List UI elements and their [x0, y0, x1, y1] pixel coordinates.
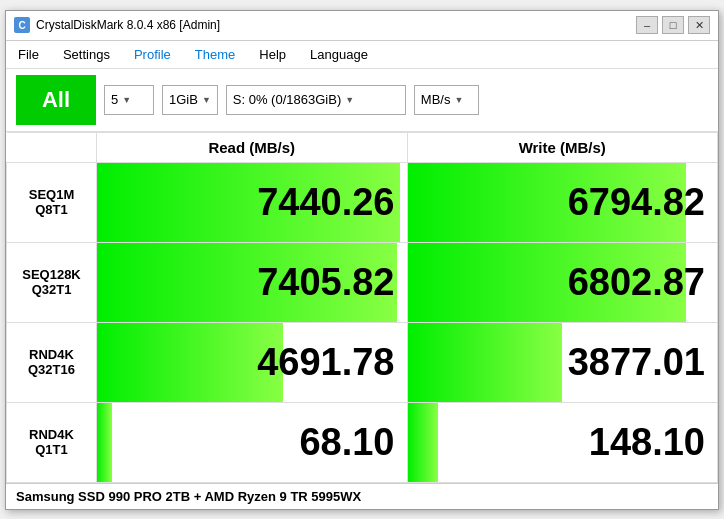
write-bar-3 [408, 403, 439, 482]
row-read-3: 68.10 [97, 402, 408, 482]
count-value: 5 [111, 92, 118, 107]
menu-settings[interactable]: Settings [59, 45, 114, 64]
menu-profile[interactable]: Profile [130, 45, 175, 64]
row-write-1: 6802.87 [407, 242, 718, 322]
status-bar: Samsung SSD 990 PRO 2TB + AMD Ryzen 9 TR… [6, 483, 718, 509]
row-label-3: RND4KQ1T1 [7, 402, 97, 482]
read-value-0: 7440.26 [257, 181, 394, 223]
read-value-2: 4691.78 [257, 341, 394, 383]
drive-value: S: 0% (0/1863GiB) [233, 92, 341, 107]
count-dropdown-arrow: ▼ [122, 95, 131, 105]
unit-value: MB/s [421, 92, 451, 107]
table-row: RND4KQ32T164691.783877.01 [7, 322, 718, 402]
table-row: SEQ1MQ8T17440.266794.82 [7, 162, 718, 242]
row-label-2: RND4KQ32T16 [7, 322, 97, 402]
close-button[interactable]: ✕ [688, 16, 710, 34]
row-label-1: SEQ128KQ32T1 [7, 242, 97, 322]
minimize-button[interactable]: – [636, 16, 658, 34]
row-label-line1-2: RND4K [29, 347, 74, 362]
size-dropdown[interactable]: 1GiB ▼ [162, 85, 218, 115]
table-header-row: Read (MB/s) Write (MB/s) [7, 132, 718, 162]
row-label-line2-2: Q32T16 [28, 362, 75, 377]
row-read-0: 7440.26 [97, 162, 408, 242]
unit-dropdown-arrow: ▼ [454, 95, 463, 105]
header-label-cell [7, 132, 97, 162]
status-text: Samsung SSD 990 PRO 2TB + AMD Ryzen 9 TR… [16, 489, 361, 504]
row-label-line2-1: Q32T1 [32, 282, 72, 297]
row-read-2: 4691.78 [97, 322, 408, 402]
main-window: C CrystalDiskMark 8.0.4 x86 [Admin] – □ … [5, 10, 719, 510]
count-dropdown[interactable]: 5 ▼ [104, 85, 154, 115]
toolbar: All 5 ▼ 1GiB ▼ S: 0% (0/1863GiB) ▼ MB/s … [6, 69, 718, 132]
row-read-1: 7405.82 [97, 242, 408, 322]
maximize-button[interactable]: □ [662, 16, 684, 34]
table-row: RND4KQ1T168.10148.10 [7, 402, 718, 482]
menu-language[interactable]: Language [306, 45, 372, 64]
write-value-0: 6794.82 [568, 181, 705, 223]
read-bar-3 [97, 403, 112, 482]
drive-dropdown-arrow: ▼ [345, 95, 354, 105]
write-value-2: 3877.01 [568, 341, 705, 383]
row-label-line2-3: Q1T1 [35, 442, 68, 457]
read-value-1: 7405.82 [257, 261, 394, 303]
read-value-3: 68.10 [299, 421, 394, 463]
app-icon: C [14, 17, 30, 33]
size-dropdown-arrow: ▼ [202, 95, 211, 105]
menu-help[interactable]: Help [255, 45, 290, 64]
write-bar-2 [408, 323, 563, 402]
row-write-0: 6794.82 [407, 162, 718, 242]
row-label-line2-0: Q8T1 [35, 202, 68, 217]
write-value-3: 148.10 [589, 421, 705, 463]
unit-dropdown[interactable]: MB/s ▼ [414, 85, 479, 115]
results-table: Read (MB/s) Write (MB/s) SEQ1MQ8T17440.2… [6, 132, 718, 483]
menu-file[interactable]: File [14, 45, 43, 64]
all-button[interactable]: All [16, 75, 96, 125]
header-read-cell: Read (MB/s) [97, 132, 408, 162]
size-value: 1GiB [169, 92, 198, 107]
row-label-0: SEQ1MQ8T1 [7, 162, 97, 242]
menu-bar: File Settings Profile Theme Help Languag… [6, 41, 718, 69]
menu-theme[interactable]: Theme [191, 45, 239, 64]
row-label-line1-0: SEQ1M [29, 187, 75, 202]
row-write-2: 3877.01 [407, 322, 718, 402]
row-label-line1-3: RND4K [29, 427, 74, 442]
write-value-1: 6802.87 [568, 261, 705, 303]
table-row: SEQ128KQ32T17405.826802.87 [7, 242, 718, 322]
window-controls: – □ ✕ [636, 16, 710, 34]
row-label-line1-1: SEQ128K [22, 267, 81, 282]
title-bar: C CrystalDiskMark 8.0.4 x86 [Admin] – □ … [6, 11, 718, 41]
window-title: CrystalDiskMark 8.0.4 x86 [Admin] [36, 18, 220, 32]
title-bar-left: C CrystalDiskMark 8.0.4 x86 [Admin] [14, 17, 220, 33]
drive-dropdown[interactable]: S: 0% (0/1863GiB) ▼ [226, 85, 406, 115]
header-write-cell: Write (MB/s) [407, 132, 718, 162]
read-bar-2 [97, 323, 283, 402]
row-write-3: 148.10 [407, 402, 718, 482]
